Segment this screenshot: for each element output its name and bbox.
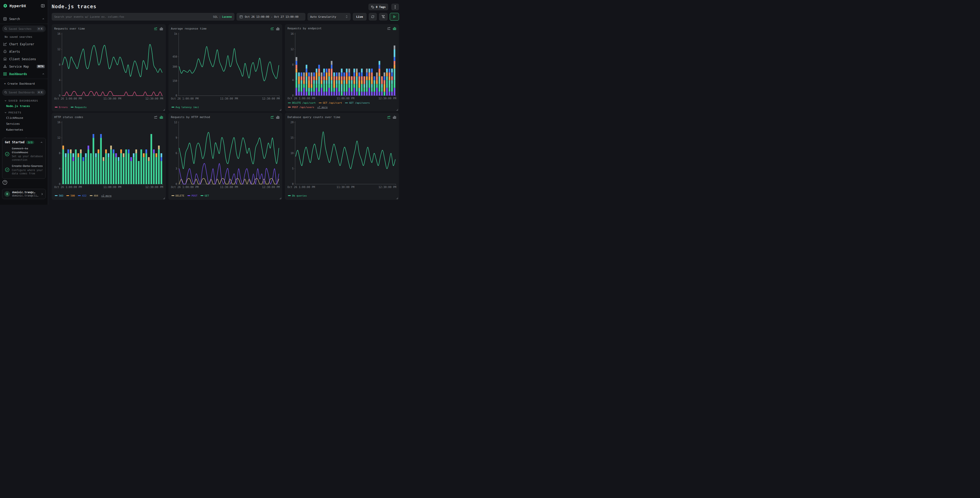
sidebar-item-client-sessions[interactable]: Client Sessions bbox=[0, 55, 48, 63]
refresh-button[interactable] bbox=[369, 13, 377, 21]
bar-chart-toggle-icon[interactable] bbox=[159, 115, 163, 119]
get-started-item[interactable]: Create Data Sources Configure where your… bbox=[5, 164, 43, 176]
saved-dashboards-box[interactable]: ⌘ K bbox=[2, 89, 46, 96]
legend-item[interactable]: 422 bbox=[78, 194, 86, 197]
tags-button[interactable]: 0 Tags bbox=[368, 3, 388, 10]
resize-handle-icon[interactable] bbox=[396, 109, 398, 111]
resize-handle-icon[interactable] bbox=[163, 197, 165, 199]
resize-handle-icon[interactable] bbox=[163, 109, 165, 111]
chevron-up-icon[interactable] bbox=[42, 73, 45, 75]
chart-title: Database query counts over time bbox=[288, 115, 387, 119]
legend-item[interactable]: 503 bbox=[55, 194, 63, 197]
saved-dashboards-input[interactable] bbox=[9, 91, 35, 94]
legend-item[interactable]: GET bbox=[200, 194, 209, 197]
resize-handle-icon[interactable] bbox=[279, 109, 281, 111]
no-saved-searches-text: No saved searches bbox=[0, 34, 48, 40]
saved-searches-input[interactable] bbox=[9, 27, 35, 30]
legend-item[interactable]: 404 bbox=[90, 194, 98, 197]
bar-chart-toggle-icon[interactable] bbox=[159, 27, 163, 30]
legend-item[interactable]: 500 bbox=[66, 194, 75, 197]
get-started-item[interactable]: Connect to ClickHouse Set up your databa… bbox=[5, 147, 43, 161]
more-menu-button[interactable] bbox=[391, 3, 399, 10]
svg-text:8: 8 bbox=[59, 63, 60, 66]
line-chart-toggle-icon[interactable] bbox=[270, 27, 274, 30]
svg-text:0: 0 bbox=[176, 183, 177, 185]
legend-item[interactable]: GET /api/users bbox=[345, 101, 370, 104]
line-chart-toggle-icon[interactable] bbox=[270, 115, 274, 119]
get-started-card: Get Started 3/3 Connect to ClickHouse Se… bbox=[2, 138, 46, 179]
svg-text:12: 12 bbox=[57, 48, 60, 51]
svg-text:12:30:00 PM: 12:30:00 PM bbox=[145, 185, 163, 188]
help-button[interactable] bbox=[2, 180, 8, 185]
filter-edit-button[interactable] bbox=[379, 13, 388, 21]
event-search-box[interactable]: SQL|Lucene bbox=[52, 13, 234, 21]
get-started-progress-badge: 3/3 bbox=[26, 141, 34, 144]
saved-searches-box[interactable]: ⌘ K bbox=[2, 26, 46, 32]
bar-chart-toggle-icon[interactable] bbox=[276, 27, 280, 30]
group-saved-dashboards[interactable]: SAVED DASHBOARDS bbox=[0, 97, 48, 103]
chevron-up-icon[interactable] bbox=[40, 141, 43, 144]
granularity-select[interactable]: Auto Granularity bbox=[307, 13, 351, 21]
dashboard-link-nodejs-traces[interactable]: Node.js traces bbox=[0, 103, 48, 109]
charts-grid: Requests over time 0481216Oct 26 1:00:00… bbox=[48, 21, 403, 202]
sql-toggle[interactable]: SQL bbox=[213, 15, 218, 18]
get-started-header[interactable]: Get Started 3/3 bbox=[5, 140, 43, 144]
svg-text:11:00:00 PM: 11:00:00 PM bbox=[337, 97, 354, 100]
get-started-item-title: Create Data Sources bbox=[12, 164, 43, 168]
legend-more-link[interactable]: +2 more bbox=[101, 194, 111, 197]
lucene-toggle[interactable]: Lucene bbox=[222, 15, 232, 18]
line-chart-toggle-icon[interactable] bbox=[154, 115, 158, 119]
event-search-input[interactable] bbox=[54, 15, 211, 18]
svg-text:150: 150 bbox=[172, 80, 177, 82]
chart-panel-header: Requests over time bbox=[54, 26, 163, 31]
line-chart-toggle-icon[interactable] bbox=[387, 115, 391, 119]
group-label: PRESETS bbox=[8, 111, 22, 114]
bar-chart-toggle-icon[interactable] bbox=[393, 115, 396, 119]
legend-item[interactable]: Errors bbox=[55, 105, 68, 109]
resize-handle-icon[interactable] bbox=[279, 197, 281, 199]
sidebar-item-dashboards[interactable]: Dashboards bbox=[0, 70, 48, 78]
create-dashboard-button[interactable]: + Create Dashboard bbox=[0, 80, 48, 88]
legend-label: 404 bbox=[94, 194, 98, 197]
collapse-sidebar-icon[interactable] bbox=[41, 4, 45, 8]
chevron-up-icon[interactable] bbox=[42, 18, 45, 20]
legend-item[interactable]: DELETE bbox=[172, 194, 185, 197]
line-chart-toggle-icon[interactable] bbox=[154, 27, 158, 30]
preset-link-services[interactable]: Services bbox=[0, 121, 48, 127]
svg-text:450: 450 bbox=[172, 55, 177, 58]
bar-chart-toggle-icon[interactable] bbox=[393, 27, 396, 30]
group-presets[interactable]: PRESETS bbox=[0, 109, 48, 115]
sidebar-item-chart-explorer[interactable]: Chart Explorer bbox=[0, 40, 48, 48]
legend-item[interactable]: Db queries bbox=[288, 194, 307, 197]
resize-handle-icon[interactable] bbox=[396, 197, 398, 199]
chart-canvas: 05101520Oct 26 1:00:00 PM11:30:00 PM12:3… bbox=[288, 120, 396, 189]
shortcut-badge: ⌘ K bbox=[37, 27, 44, 30]
sidebar-item-search[interactable]: Search bbox=[0, 15, 48, 22]
calendar-icon bbox=[239, 15, 243, 19]
live-button[interactable]: Live bbox=[353, 13, 367, 21]
sidebar-item-service-map[interactable]: Service Map BETA bbox=[0, 63, 48, 70]
legend-item[interactable]: POST /api/users bbox=[288, 105, 314, 109]
legend-item[interactable]: DELETE /api/cart bbox=[288, 101, 316, 104]
date-range-picker[interactable]: Oct 26 13:00:00 - Oct 27 13:00:00 bbox=[237, 13, 305, 21]
legend-more-link[interactable]: +7 more bbox=[317, 105, 328, 109]
svg-text:12: 12 bbox=[174, 121, 177, 124]
sidebar-item-label: Search bbox=[9, 17, 40, 21]
legend-item[interactable]: Requests bbox=[71, 105, 87, 109]
legend-swatch bbox=[288, 107, 291, 107]
legend-swatch bbox=[319, 103, 321, 104]
legend-item[interactable]: GET /api/cart bbox=[319, 101, 342, 104]
preset-link-clickhouse[interactable]: ClickHouse bbox=[0, 115, 48, 121]
sidebar-item-alerts[interactable]: Alerts bbox=[0, 48, 48, 55]
legend-item[interactable]: Avg latency (ms) bbox=[172, 105, 199, 109]
bar-chart-toggle-icon[interactable] bbox=[276, 115, 280, 119]
legend-label: 503 bbox=[59, 194, 63, 197]
user-menu[interactable]: D dominic.tran@c… dominic.tran@cli… bbox=[2, 189, 46, 199]
legend-item[interactable]: POST bbox=[188, 194, 197, 197]
svg-text:20: 20 bbox=[291, 121, 294, 124]
legend-label: 500 bbox=[70, 194, 75, 197]
run-query-button[interactable] bbox=[390, 13, 399, 21]
legend-label: POST bbox=[191, 194, 197, 197]
preset-link-kubernetes[interactable]: Kubernetes bbox=[0, 127, 48, 133]
line-chart-toggle-icon[interactable] bbox=[387, 27, 391, 30]
